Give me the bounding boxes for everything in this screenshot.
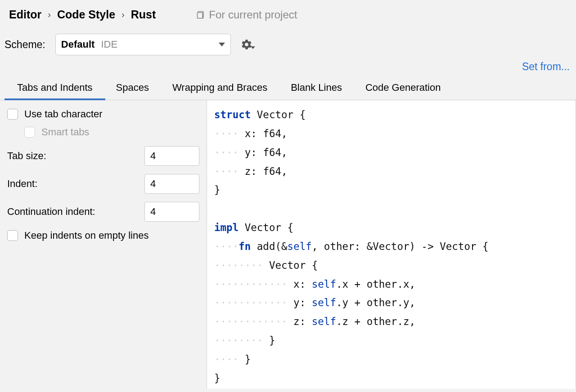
smart-tabs-checkbox: Smart tabs bbox=[24, 126, 199, 138]
smart-tabs-label: Smart tabs bbox=[41, 126, 89, 138]
code-preview: struct Vector { ···· x: f64, ···· y: f64… bbox=[207, 100, 576, 389]
tab-tabs-and-indents[interactable]: Tabs and Indents bbox=[17, 76, 93, 100]
scheme-scope: IDE bbox=[101, 39, 117, 50]
scheme-name: Default bbox=[61, 39, 95, 50]
chevron-down-icon bbox=[219, 39, 225, 50]
breadcrumb-item-editor[interactable]: Editor bbox=[9, 8, 41, 21]
scheme-label: Scheme: bbox=[4, 39, 45, 51]
indent-input[interactable] bbox=[144, 174, 199, 194]
tab-size-input[interactable] bbox=[144, 146, 199, 166]
svg-rect-1 bbox=[198, 13, 203, 18]
options-panel: Use tab character Smart tabs Tab size: I… bbox=[0, 100, 207, 389]
continuation-indent-input[interactable] bbox=[144, 202, 199, 222]
checkbox-icon bbox=[7, 109, 18, 120]
tab-wrapping-and-braces[interactable]: Wrapping and Braces bbox=[172, 76, 267, 100]
scheme-dropdown[interactable]: Default IDE bbox=[55, 34, 231, 55]
tab-spaces[interactable]: Spaces bbox=[116, 76, 149, 100]
for-current-project-label: For current project bbox=[209, 9, 297, 21]
scheme-settings-button[interactable] bbox=[241, 39, 255, 50]
set-from-link[interactable]: Set from... bbox=[522, 61, 570, 73]
project-icon bbox=[196, 10, 205, 19]
tab-bar: Tabs and Indents Spaces Wrapping and Bra… bbox=[0, 76, 576, 100]
checkbox-icon bbox=[7, 230, 18, 241]
for-current-project-indicator: For current project bbox=[196, 9, 297, 21]
checkbox-icon bbox=[24, 127, 35, 138]
breadcrumb-item-rust[interactable]: Rust bbox=[131, 8, 156, 21]
continuation-indent-label: Continuation indent: bbox=[7, 206, 95, 218]
keep-indents-empty-lines-label: Keep indents on empty lines bbox=[24, 230, 148, 241]
breadcrumb: Editor › Code Style › Rust bbox=[9, 8, 156, 21]
use-tab-character-label: Use tab character bbox=[24, 108, 103, 120]
keep-indents-empty-lines-checkbox[interactable]: Keep indents on empty lines bbox=[7, 230, 199, 241]
use-tab-character-checkbox[interactable]: Use tab character bbox=[7, 108, 199, 120]
chevron-right-icon: › bbox=[122, 9, 125, 20]
chevron-down-icon bbox=[251, 45, 255, 50]
tab-code-generation[interactable]: Code Generation bbox=[365, 76, 441, 100]
tab-blank-lines[interactable]: Blank Lines bbox=[291, 76, 342, 100]
tab-size-label: Tab size: bbox=[7, 150, 46, 162]
breadcrumb-item-code-style[interactable]: Code Style bbox=[57, 8, 115, 21]
chevron-right-icon: › bbox=[48, 9, 51, 20]
indent-label: Indent: bbox=[7, 178, 37, 190]
